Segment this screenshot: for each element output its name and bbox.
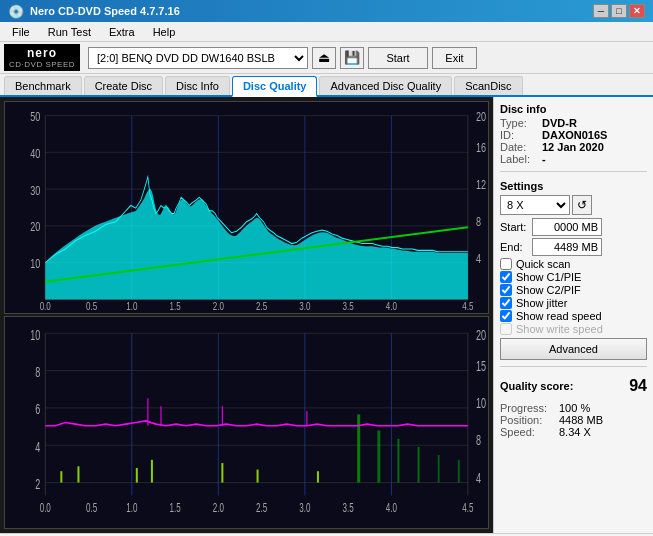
save-button[interactable]: 💾 [340, 47, 364, 69]
tab-create-disc[interactable]: Create Disc [84, 76, 163, 95]
right-panel: Disc info Type: DVD-R ID: DAXON016S Date… [493, 97, 653, 533]
svg-text:8: 8 [476, 432, 481, 449]
toolbar: nero CD·DVD SPEED [2:0] BENQ DVD DD DW16… [0, 42, 653, 74]
tab-advanced-disc-quality[interactable]: Advanced Disc Quality [319, 76, 452, 95]
start-label: Start: [500, 221, 528, 233]
svg-text:2.5: 2.5 [256, 500, 267, 514]
show-c1pie-label: Show C1/PIE [516, 271, 581, 283]
tab-disc-quality[interactable]: Disc Quality [232, 76, 318, 97]
show-write-speed-checkbox[interactable] [500, 323, 512, 335]
lower-chart: 10 8 6 4 2 20 15 10 8 4 0.0 0.5 1.0 1.5 … [4, 316, 489, 529]
speed-value: 8.34 X [559, 426, 591, 438]
svg-text:30: 30 [30, 183, 40, 197]
show-read-speed-label: Show read speed [516, 310, 602, 322]
svg-text:8: 8 [476, 215, 481, 229]
show-jitter-label: Show jitter [516, 297, 567, 309]
progress-value: 100 % [559, 402, 590, 414]
svg-text:4.5: 4.5 [462, 300, 473, 313]
position-value: 4488 MB [559, 414, 603, 426]
menu-run-test[interactable]: Run Test [40, 24, 99, 40]
svg-text:12: 12 [476, 178, 486, 192]
svg-text:3.5: 3.5 [343, 300, 354, 313]
progress-row: Progress: 100 % [500, 402, 647, 414]
start-mb-row: Start: [500, 218, 647, 236]
quick-scan-row: Quick scan [500, 258, 647, 270]
svg-text:0.5: 0.5 [86, 300, 97, 313]
exit-button[interactable]: Exit [432, 47, 477, 69]
svg-text:2.0: 2.0 [213, 300, 224, 313]
disc-id-row: ID: DAXON016S [500, 129, 647, 141]
menu-extra[interactable]: Extra [101, 24, 143, 40]
show-read-speed-row: Show read speed [500, 310, 647, 322]
svg-text:1.0: 1.0 [126, 500, 137, 514]
divider2 [500, 366, 647, 367]
svg-text:10: 10 [30, 327, 40, 344]
tab-disc-info[interactable]: Disc Info [165, 76, 230, 95]
tab-benchmark[interactable]: Benchmark [4, 76, 82, 95]
svg-text:2: 2 [35, 476, 40, 493]
eject-button[interactable]: ⏏ [312, 47, 336, 69]
svg-text:0.5: 0.5 [86, 500, 97, 514]
advanced-button[interactable]: Advanced [500, 338, 647, 360]
title-bar-title: Nero CD-DVD Speed 4.7.7.16 [30, 5, 180, 17]
speed-select[interactable]: 8 X [500, 195, 570, 215]
disc-id-value: DAXON016S [542, 129, 607, 141]
main-content: 50 40 30 20 10 20 16 12 8 4 0.0 0.5 1.0 … [0, 97, 653, 533]
end-input[interactable] [532, 238, 602, 256]
speed-setting: 8 X ↺ [500, 195, 647, 215]
svg-rect-56 [418, 447, 420, 483]
svg-text:4: 4 [476, 469, 481, 486]
start-button[interactable]: Start [368, 47, 428, 69]
svg-rect-50 [221, 463, 223, 482]
svg-rect-48 [136, 468, 138, 483]
tabs: Benchmark Create Disc Disc Info Disc Qua… [0, 74, 653, 97]
nero-logo: nero CD·DVD SPEED [4, 44, 80, 71]
quality-score-row: Quality score: 94 [500, 377, 647, 395]
close-button[interactable]: ✕ [629, 4, 645, 18]
upper-chart: 50 40 30 20 10 20 16 12 8 4 0.0 0.5 1.0 … [4, 101, 489, 314]
svg-rect-55 [397, 439, 399, 483]
svg-text:1.5: 1.5 [169, 500, 180, 514]
drive-select[interactable]: [2:0] BENQ DVD DD DW1640 BSLB [88, 47, 308, 69]
svg-text:20: 20 [476, 110, 486, 124]
nero-logo-sub: CD·DVD SPEED [9, 60, 75, 69]
svg-text:2.0: 2.0 [213, 500, 224, 514]
divider1 [500, 171, 647, 172]
disc-date-label: Date: [500, 141, 538, 153]
disc-type-value: DVD-R [542, 117, 577, 129]
svg-text:20: 20 [30, 220, 40, 234]
show-c1pie-checkbox[interactable] [500, 271, 512, 283]
svg-text:10: 10 [30, 257, 40, 271]
refresh-button[interactable]: ↺ [572, 195, 592, 215]
show-c2pif-checkbox[interactable] [500, 284, 512, 296]
svg-rect-58 [458, 460, 460, 483]
progress-label: Progress: [500, 402, 555, 414]
disc-id-label: ID: [500, 129, 538, 141]
menu-bar: File Run Test Extra Help [0, 22, 653, 42]
progress-info: Progress: 100 % Position: 4488 MB Speed:… [500, 402, 647, 438]
disc-label-label: Label: [500, 153, 538, 165]
show-jitter-checkbox[interactable] [500, 297, 512, 309]
svg-rect-54 [377, 431, 380, 483]
disc-label-row: Label: - [500, 153, 647, 165]
menu-help[interactable]: Help [145, 24, 184, 40]
svg-rect-46 [60, 471, 62, 482]
svg-text:1.0: 1.0 [126, 300, 137, 313]
maximize-button[interactable]: □ [611, 4, 627, 18]
svg-text:2.5: 2.5 [256, 300, 267, 313]
svg-text:10: 10 [476, 395, 486, 412]
speed-label: Speed: [500, 426, 555, 438]
menu-file[interactable]: File [4, 24, 38, 40]
svg-text:15: 15 [476, 357, 486, 374]
svg-rect-51 [257, 470, 259, 483]
show-read-speed-checkbox[interactable] [500, 310, 512, 322]
quality-score-label: Quality score: [500, 380, 573, 392]
tab-scan-disc[interactable]: ScanDisc [454, 76, 522, 95]
minimize-button[interactable]: ─ [593, 4, 609, 18]
app-icon: 💿 [8, 4, 24, 19]
svg-text:4: 4 [476, 251, 481, 265]
title-bar: 💿 Nero CD-DVD Speed 4.7.7.16 ─ □ ✕ [0, 0, 653, 22]
quick-scan-checkbox[interactable] [500, 258, 512, 270]
disc-type-label: Type: [500, 117, 538, 129]
start-input[interactable] [532, 218, 602, 236]
